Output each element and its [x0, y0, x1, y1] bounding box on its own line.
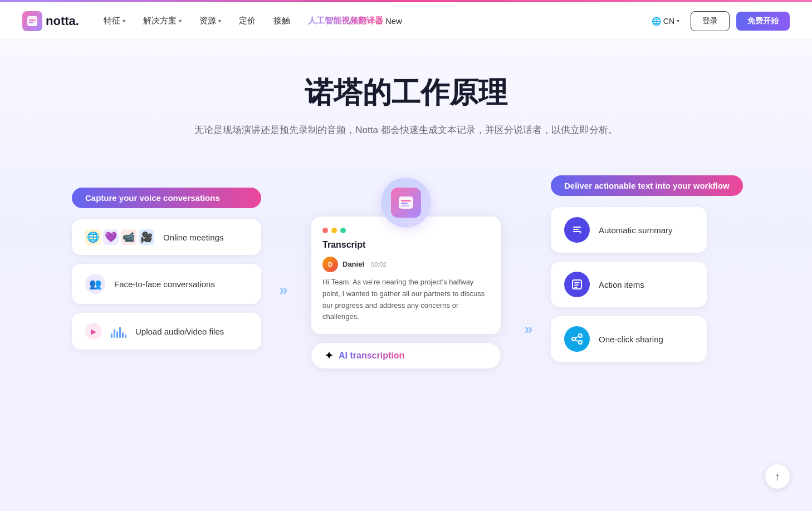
svg-rect-5 [401, 203, 408, 204]
window-controls [322, 228, 490, 233]
login-button[interactable]: 登录 [691, 11, 730, 31]
sharing-icon [564, 326, 590, 352]
sharing-label: One-click sharing [599, 335, 663, 344]
wave-bar-1 [111, 333, 112, 338]
nav-item-ai-video[interactable]: 人工智能视频翻译器 New [301, 12, 409, 30]
action-items-label: Action items [599, 280, 644, 289]
chevron-icon: ▾ [179, 18, 182, 24]
transcript-card: Transcript D Daniel 00:02 Hi Team. As we… [311, 217, 501, 334]
speaker-name: Daniel [343, 260, 364, 268]
chevron-icon: ▾ [218, 18, 221, 24]
teams-icon: 💜 [103, 229, 119, 245]
svg-rect-0 [27, 16, 37, 26]
chevron-icon: ▾ [123, 18, 125, 24]
input-column: Capture your voice conversations 🌐 💜 📹 🎥… [72, 188, 261, 358]
play-icon: ▶ [85, 323, 102, 340]
navbar: notta. 特征 ▾ 解决方案 ▾ 资源 ▾ 定价 接触 人工智能视频翻译器 [0, 2, 812, 40]
new-badge: New [385, 16, 402, 26]
nav-left: notta. 特征 ▾ 解决方案 ▾ 资源 ▾ 定价 接触 人工智能视频翻译器 [22, 11, 409, 31]
nav-item-resources[interactable]: 资源 ▾ [193, 12, 228, 30]
svg-rect-6 [401, 205, 409, 207]
page-title: 诺塔的工作原理 [22, 73, 790, 112]
ai-sparkle-icon: ✦ [325, 350, 333, 362]
svg-rect-4 [401, 200, 411, 202]
logo-text: notta. [46, 14, 79, 28]
meeting-icons: 🌐 💜 📹 🎥 [85, 229, 154, 245]
transcript-speaker-row: D Daniel 00:02 [322, 257, 490, 272]
ai-video-label: 人工智能视频翻译器 [308, 16, 383, 26]
face-to-face-label: Face-to-face conversations [114, 279, 215, 289]
svg-point-8 [579, 334, 582, 337]
left-arrow-section: » [261, 248, 306, 299]
nav-item-contact[interactable]: 接触 [267, 12, 297, 30]
list-item[interactable]: ▶ Upload audio/video files [72, 313, 261, 350]
upload-label: Upload audio/video files [135, 327, 224, 336]
chevron-icon: ▾ [677, 18, 679, 24]
globe-icon: 🌐 [652, 17, 661, 26]
main-content: 诺塔的工作原理 无论是现场演讲还是预先录制的音频，Notta 都会快速生成文本记… [0, 40, 812, 511]
nav-item-features[interactable]: 特征 ▾ [97, 12, 132, 30]
ai-transcription-label: AI transcription [339, 351, 404, 361]
webex-icon: 🌐 [85, 229, 101, 245]
list-item[interactable]: One-click sharing [551, 316, 707, 362]
left-arrow-icon: » [279, 281, 288, 299]
svg-point-9 [572, 337, 575, 341]
deliver-badge: Deliver actionable text into your workfl… [551, 175, 743, 196]
online-meetings-label: Online meetings [163, 233, 223, 242]
transcript-title: Transcript [322, 240, 490, 250]
scroll-to-top-button[interactable]: ↑ [765, 464, 790, 489]
notta-logo [391, 188, 421, 218]
list-item[interactable]: 🌐 💜 📹 🎥 Online meetings [72, 219, 261, 255]
summary-icon [564, 217, 590, 243]
notta-circle [381, 178, 431, 228]
svg-rect-2 [29, 22, 33, 23]
waveform-icon [111, 325, 126, 338]
nav-menu: 特征 ▾ 解决方案 ▾ 资源 ▾ 定价 接触 人工智能视频翻译器 New [97, 12, 409, 30]
list-item[interactable]: Action items [551, 262, 707, 307]
wave-bar-5 [122, 332, 124, 338]
flow-diagram: Capture your voice conversations 🌐 💜 📹 🎥… [44, 175, 768, 371]
right-arrow-icon: » [524, 320, 533, 338]
zoom-icon: 🎥 [139, 229, 154, 245]
list-item[interactable]: 👥 Face-to-face conversations [72, 264, 261, 304]
output-column: Deliver actionable text into your workfl… [551, 175, 740, 371]
svg-rect-1 [29, 19, 36, 21]
close-dot [322, 228, 328, 233]
face-to-face-icon: 👥 [85, 274, 105, 294]
minimize-dot [331, 228, 337, 233]
language-selector[interactable]: 🌐 CN ▾ [647, 14, 684, 28]
timestamp: 00:02 [371, 261, 387, 268]
meet-icon: 📹 [121, 229, 136, 245]
capture-badge: Capture your voice conversations [72, 188, 261, 208]
action-items-icon [564, 272, 590, 297]
ai-transcription-bar: ✦ AI transcription [311, 343, 501, 368]
svg-point-10 [579, 341, 582, 344]
summary-label: Automatic summary [599, 225, 673, 235]
right-arrow-section: » [506, 209, 551, 338]
logo[interactable]: notta. [22, 11, 79, 31]
scroll-top-icon: ↑ [775, 471, 780, 483]
nav-item-solutions[interactable]: 解决方案 ▾ [136, 12, 188, 30]
wave-bar-4 [119, 327, 121, 338]
avatar: D [322, 257, 338, 272]
transcript-text: Hi Team. As we're nearing the project's … [322, 277, 490, 323]
nav-item-pricing[interactable]: 定价 [232, 12, 262, 30]
logo-icon [22, 11, 42, 31]
list-item[interactable]: Automatic summary [551, 207, 707, 253]
center-column: Transcript D Daniel 00:02 Hi Team. As we… [306, 178, 506, 368]
start-button[interactable]: 免费开始 [736, 12, 790, 31]
nav-right: 🌐 CN ▾ 登录 免费开始 [647, 11, 790, 31]
wave-bar-2 [114, 329, 115, 338]
wave-bar-6 [125, 335, 126, 338]
maximize-dot [340, 228, 346, 233]
hero-subtitle: 无论是现场演讲还是预先录制的音频，Notta 都会快速生成文本记录，并区分说话者… [22, 124, 790, 136]
wave-bar-3 [116, 331, 118, 338]
